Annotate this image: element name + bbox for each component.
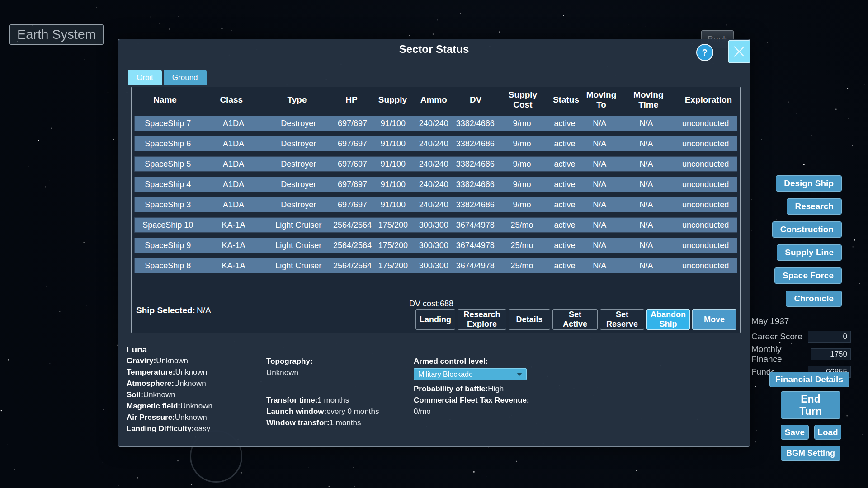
cell-moving-to: N/A (581, 177, 618, 192)
cell-supply-cost: 25/mo (495, 218, 548, 232)
cell-hp: 2564/2564 (331, 218, 374, 232)
abandon-ship-button[interactable]: Abandon Ship (646, 309, 690, 330)
dialog-title: Sector Status (118, 43, 750, 56)
ship-selected-value: N/A (197, 305, 211, 315)
ship-selected-label: Ship Selected: (136, 305, 195, 315)
set-reserve-button[interactable]: Set Reserve (600, 309, 644, 330)
cell-moving-time: N/A (618, 136, 675, 151)
orbit-ground-tabs: Orbit Ground (128, 70, 207, 85)
column-header: Ammo (412, 87, 455, 113)
landing-button[interactable]: Landing (415, 309, 455, 330)
status-value: 1750 (811, 348, 851, 360)
bgm-setting-button[interactable]: BGM Setting (781, 446, 840, 461)
cell-name: SpaceShip 7 (135, 116, 201, 131)
ship-row[interactable]: SpaceShip 5 A1DA Destroyer 697/697 91/10… (134, 156, 737, 172)
close-button[interactable] (728, 40, 750, 63)
column-header: Class (198, 87, 264, 113)
ship-row[interactable]: SpaceShip 3 A1DA Destroyer 697/697 91/10… (134, 197, 737, 212)
cell-hp: 697/697 (331, 197, 374, 212)
cell-status: active (548, 177, 581, 192)
cell-supply-cost: 9/mo (495, 116, 548, 131)
armed-control-dropdown[interactable]: Military Blockade (414, 368, 527, 380)
cell-exploration: unconducted (674, 177, 737, 192)
ship-row[interactable]: SpaceShip 9 KA-1A Light Cruiser 2564/256… (134, 238, 737, 253)
cell-name: SpaceShip 9 (135, 238, 201, 253)
planet-stat-line: Atmosphere:Unknown (127, 378, 212, 389)
chevron-down-icon (517, 373, 522, 376)
cell-exploration: unconducted (674, 258, 737, 273)
ship-row[interactable]: SpaceShip 8 KA-1A Light Cruiser 2564/256… (134, 258, 737, 273)
cell-ammo: 240/240 (412, 116, 455, 131)
cell-dv: 3382/4686 (455, 157, 495, 171)
details-button[interactable]: Details (509, 309, 550, 330)
column-header: DV (455, 87, 496, 113)
tab-ground[interactable]: Ground (164, 70, 207, 85)
sidebar-button[interactable]: Design Ship (776, 175, 842, 192)
status-panel: May 1937 Career Score 0 Monthly Finance … (751, 316, 851, 380)
cell-dv: 3674/4978 (455, 258, 495, 273)
move-button[interactable]: Move (692, 309, 736, 330)
cell-dv: 3382/4686 (455, 177, 495, 192)
column-header: Type (264, 87, 330, 113)
planet-name: Luna (127, 344, 212, 355)
cell-status: active (548, 238, 581, 253)
sidebar-button[interactable]: Research (787, 198, 842, 215)
sidebar-menu: Design Ship Research Construction Supply… (772, 175, 842, 307)
set-active-button[interactable]: Set Active (552, 309, 598, 330)
cell-supply: 91/100 (374, 177, 412, 192)
cell-hp: 697/697 (331, 116, 374, 131)
cell-ammo: 240/240 (412, 157, 455, 171)
cell-ammo: 240/240 (412, 177, 455, 192)
ship-row[interactable]: SpaceShip 6 A1DA Destroyer 697/697 91/10… (134, 136, 737, 151)
ship-row[interactable]: SpaceShip 10 KA-1A Light Cruiser 2564/25… (134, 217, 737, 233)
cell-dv: 3382/4686 (455, 136, 495, 151)
ship-row[interactable]: SpaceShip 7 A1DA Destroyer 697/697 91/10… (134, 116, 737, 131)
cell-moving-to: N/A (581, 197, 618, 212)
cell-supply: 91/100 (374, 116, 412, 131)
status-row: Career Score 0 (751, 331, 851, 343)
sidebar-button[interactable]: Supply Line (777, 244, 842, 261)
cell-supply: 175/200 (374, 258, 412, 273)
financial-details-button[interactable]: Financial Details (769, 372, 849, 387)
cell-supply-cost: 9/mo (495, 177, 548, 192)
cell-supply-cost: 25/mo (495, 238, 548, 253)
save-button[interactable]: Save (781, 425, 809, 440)
research-explore-button[interactable]: Research Explore (458, 309, 506, 330)
cell-supply: 175/200 (374, 218, 412, 232)
cell-moving-to: N/A (581, 136, 618, 151)
planet-stat-line: Temperature:Unknown (127, 366, 212, 378)
cell-moving-to: N/A (581, 238, 618, 253)
cell-moving-time: N/A (618, 177, 675, 192)
cell-exploration: unconducted (674, 136, 737, 151)
table-body: SpaceShip 7 A1DA Destroyer 697/697 91/10… (132, 113, 740, 273)
end-turn-button[interactable]: End Turn (781, 391, 840, 419)
planet-stat-line: Landing Difficulty:easy (127, 423, 212, 434)
tax-revenue-value: 0/mo (414, 406, 529, 417)
topography-value: Unknown (266, 367, 379, 378)
cell-dv: 3674/4978 (455, 218, 495, 232)
cell-moving-to: N/A (581, 157, 618, 171)
dv-cost: DV cost:688 (409, 299, 453, 309)
help-button[interactable]: ? (696, 44, 713, 61)
cell-name: SpaceShip 4 (135, 177, 201, 192)
transfer-stat-line: Transfor time:1 months (266, 394, 379, 406)
cell-ammo: 240/240 (412, 136, 455, 151)
tab-orbit[interactable]: Orbit (128, 70, 162, 85)
cell-type: Destroyer (266, 197, 331, 212)
cell-moving-to: N/A (581, 258, 618, 273)
cell-class: A1DA (201, 116, 266, 131)
status-row: Monthly Finance 1750 (751, 344, 851, 364)
cell-moving-time: N/A (618, 218, 675, 232)
cell-supply-cost: 9/mo (495, 197, 548, 212)
cell-supply: 91/100 (374, 136, 412, 151)
cell-name: SpaceShip 10 (135, 218, 201, 232)
sidebar-button[interactable]: Space Force (774, 267, 842, 284)
cell-hp: 2564/2564 (331, 238, 374, 253)
sidebar-button[interactable]: Construction (772, 221, 842, 238)
column-header: Supply (373, 87, 412, 113)
status-label: Monthly Finance (751, 344, 811, 364)
close-icon (732, 45, 746, 58)
sidebar-button[interactable]: Chronicle (786, 291, 842, 307)
load-button[interactable]: Load (814, 425, 841, 440)
ship-row[interactable]: SpaceShip 4 A1DA Destroyer 697/697 91/10… (134, 177, 737, 192)
